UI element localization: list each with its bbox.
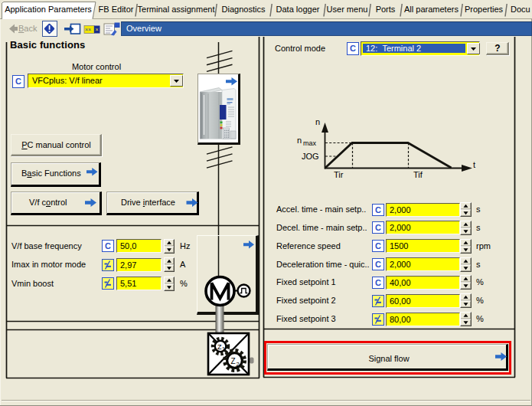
svg-text:××: ×× xyxy=(85,27,91,32)
svg-text:×: × xyxy=(96,27,99,32)
